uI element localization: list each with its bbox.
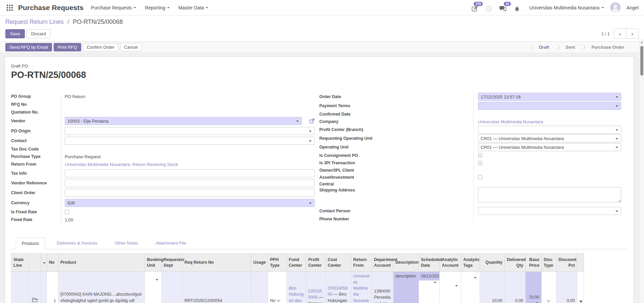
tab-attachment-file[interactable]: Attachment File (150, 237, 192, 249)
order-date-select[interactable]: 17/12/2025 13:57:16 (478, 93, 621, 101)
col-no[interactable]: No (47, 254, 58, 272)
tab-other-notes[interactable]: Other Notes (109, 237, 144, 249)
caret-down-icon[interactable] (156, 279, 158, 280)
cell-return-from[interactable]: Universitas Multimedia Nusantara: Return… (351, 272, 372, 303)
cell-usage[interactable] (251, 272, 268, 303)
col-fund-center[interactable]: Fund Center (287, 254, 306, 272)
chat-icon[interactable]: 32 (499, 4, 507, 12)
activities-icon[interactable]: 378 (471, 4, 479, 12)
breadcrumb-parent-link[interactable]: Request Return Lines (5, 18, 64, 25)
resize-handle[interactable] (618, 199, 621, 202)
scrollbar-thumb[interactable] (640, 46, 643, 76)
vendor-reference-input[interactable] (65, 179, 315, 187)
cell-discount-pct[interactable]: 0,00 (556, 272, 577, 303)
cell-profit-center[interactable]: CR01R0000 — Rektorat (306, 272, 326, 303)
col-department-account[interactable]: Department Account (372, 254, 393, 272)
po-origin-select[interactable] (65, 127, 315, 135)
col-disc-type[interactable]: Disc Type (542, 254, 556, 272)
menu-master-data[interactable]: Master Data (178, 5, 208, 10)
col-scheduled-date[interactable]: Scheduled Date (419, 254, 440, 272)
cell-description[interactable]: description (393, 272, 419, 303)
confirm-order-button[interactable]: Confirm Order (83, 43, 118, 51)
caret-down-icon[interactable] (474, 277, 477, 278)
col-booking-unit[interactable]: Booking Unit (145, 254, 162, 272)
cell-toggle[interactable] (41, 272, 47, 303)
discard-button[interactable]: Discard (26, 29, 51, 38)
external-link-icon[interactable] (309, 118, 315, 124)
save-button[interactable]: Save (5, 29, 25, 38)
pph-type-select[interactable]: No (270, 298, 280, 303)
col-toggle[interactable] (41, 254, 47, 272)
is-fixed-rate-checkbox[interactable] (65, 210, 69, 214)
cell-delivered-qty[interactable]: 0,00 (505, 272, 526, 303)
col-usage[interactable]: Usage (251, 254, 268, 272)
cell-fund-center[interactable]: Biro Hubungan dan Kerjasama (287, 272, 306, 303)
cell-row-handle[interactable] (29, 272, 41, 303)
vendor-select[interactable]: 10003 - Elje Perdana (65, 117, 302, 125)
cell-no[interactable]: 1 (47, 272, 58, 303)
user-name[interactable]: Angel (627, 5, 639, 10)
cell-extra[interactable] (577, 272, 584, 303)
col-delivered-qty[interactable]: Delivered Qty (505, 254, 526, 272)
cell-department-account[interactable]: 1390000 Persediaan Lain - Lain (372, 272, 393, 303)
cell-analytic-tags[interactable] (461, 272, 480, 303)
col-pph-type[interactable]: PPH Type (268, 254, 287, 272)
profit-center-branch-select[interactable] (478, 126, 621, 134)
cell-pph-type[interactable]: No (268, 272, 287, 303)
cell-state-line[interactable] (11, 272, 29, 303)
col-cost-center[interactable]: Cost Center (326, 254, 351, 272)
bell-icon[interactable] (513, 4, 521, 12)
contact-person-select[interactable] (478, 207, 621, 215)
pager-previous-button[interactable]: ‹ (614, 29, 626, 38)
col-analytic-tags[interactable]: Analytic Tags (461, 254, 480, 272)
cancel-button[interactable]: Cancel (120, 43, 142, 51)
status-step-draft[interactable]: Draft (533, 45, 555, 50)
col-quantity[interactable]: Quantity (480, 254, 505, 272)
scroll-up-icon[interactable]: ▲ (639, 39, 644, 44)
tax-info-input[interactable] (65, 169, 315, 177)
cell-product[interactable]: [07000042] KAIN MAJONG....abccdsvsfgsd v… (58, 272, 145, 303)
col-analytic-account[interactable]: Analytic Account (440, 254, 461, 272)
vertical-scrollbar[interactable]: ▲ (639, 39, 644, 303)
caret-down-icon[interactable] (579, 301, 583, 303)
return-from-link[interactable]: Universitas Multimedia Nusantara: Return… (65, 162, 178, 167)
tab-deliveries-invoices[interactable]: Deliveries & Invoices (51, 237, 103, 249)
print-rfq-button[interactable]: Print RFQ (54, 43, 81, 51)
col-return-from[interactable]: Return From (351, 254, 372, 272)
cell-booking-unit[interactable] (145, 272, 162, 303)
requesting-operating-unit-select[interactable]: CR01 — Universitas Multimedia Nusantara (478, 134, 621, 142)
shipping-address-textarea[interactable] (478, 187, 621, 203)
col-discount-pct[interactable]: Discount Pct (556, 254, 577, 272)
menu-reporting[interactable]: Reporting (145, 5, 170, 10)
disc-type-select[interactable] (547, 299, 550, 302)
cell-scheduled-date[interactable]: 16/12/202 (419, 272, 440, 303)
client-order-input[interactable] (65, 189, 315, 197)
menu-purchase-requests[interactable]: Purchase Requests (91, 5, 136, 10)
user-avatar[interactable] (610, 2, 621, 13)
col-requestor-dept[interactable]: Requestor Dept (162, 254, 182, 272)
contact-select[interactable] (65, 137, 315, 145)
col-profit-center[interactable]: Profit Center (306, 254, 326, 272)
cell-requestor-dept[interactable] (162, 272, 182, 303)
col-req-return-no[interactable]: Req Return No (182, 254, 251, 272)
tab-products[interactable]: Products (16, 237, 45, 249)
clock-icon[interactable] (485, 4, 493, 12)
company-switcher[interactable]: Universitas Multimedia Nusantara (529, 5, 604, 10)
payment-terms-select[interactable] (478, 102, 621, 110)
company-link[interactable]: Universitas Multimedia Nusantara (478, 119, 543, 124)
pager-next-button[interactable]: › (626, 29, 638, 38)
cell-req-return-no[interactable]: RRT/2025/12/00054 (182, 272, 251, 303)
caret-down-icon[interactable] (455, 285, 458, 287)
col-description[interactable]: Description (393, 254, 419, 272)
status-step-purchase-order[interactable]: Purchase Order (585, 45, 631, 50)
operating-unit-select[interactable]: CR01 — Universitas Multimedia Nusantara (478, 143, 621, 151)
col-state-line[interactable]: State Line (11, 254, 29, 272)
currency-select[interactable]: IDR (65, 199, 315, 207)
cell-analytic-account[interactable] (440, 272, 461, 303)
cell-disc-type[interactable] (542, 272, 556, 303)
scheduled-date-input[interactable]: 16/12/202 (419, 272, 439, 280)
col-base-price[interactable]: Base Price (526, 254, 542, 272)
apps-grid-icon[interactable] (7, 4, 13, 11)
asset-investment-checkbox[interactable] (478, 175, 482, 179)
status-step-sent[interactable]: Sent (559, 45, 581, 50)
